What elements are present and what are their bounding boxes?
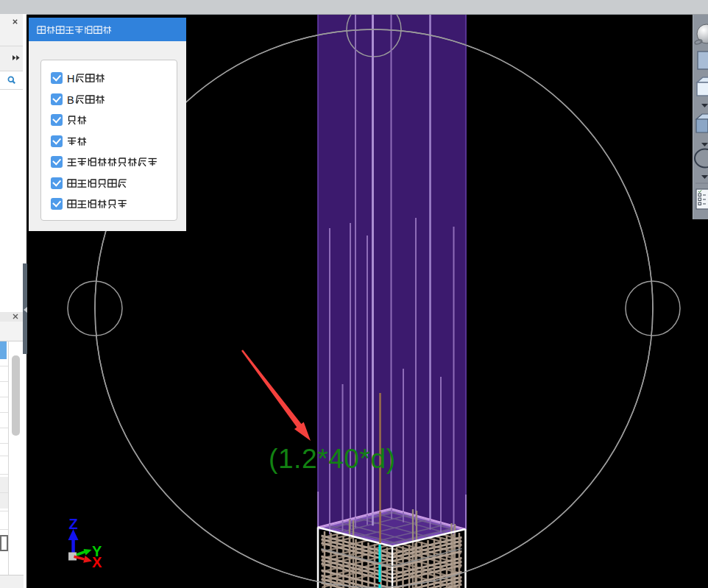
svg-text:X: X <box>92 554 102 570</box>
svg-text:H: H <box>67 73 74 85</box>
svg-text:B: B <box>67 93 74 105</box>
svg-text:(1.2*40*d): (1.2*40*d) <box>269 444 396 474</box>
